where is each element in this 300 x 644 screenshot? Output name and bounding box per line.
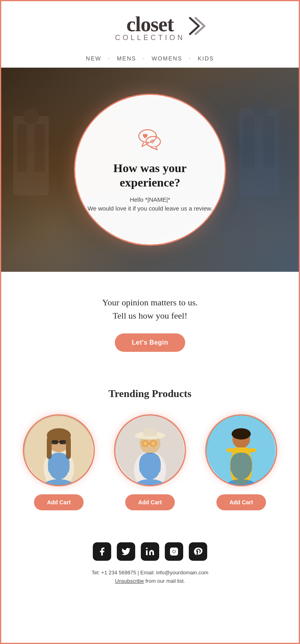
nav-item-womens[interactable]: WOMENS: [152, 55, 182, 62]
logo[interactable]: closet COLLECTION: [115, 12, 185, 42]
svg-rect-7: [263, 116, 274, 168]
unsubscribe-link[interactable]: Unsubscribe: [115, 578, 144, 584]
svg-rect-14: [47, 437, 52, 459]
svg-point-25: [143, 441, 147, 445]
svg-point-20: [134, 451, 166, 484]
facebook-icon[interactable]: [93, 542, 111, 561]
svg-rect-35: [248, 448, 256, 452]
footer-contact: Tel: +1 234 569875 | Email: info@yourdom…: [9, 570, 291, 576]
add-cart-button-2[interactable]: Add Cart: [125, 494, 174, 510]
add-cart-button-1[interactable]: Add Cart: [34, 494, 83, 510]
logo-closet: closet: [126, 13, 174, 36]
svg-point-30: [230, 445, 252, 484]
svg-rect-33: [234, 447, 248, 463]
svg-point-39: [173, 550, 175, 553]
svg-rect-16: [52, 440, 58, 444]
header: closet COLLECTION: [1, 1, 299, 49]
linkedin-icon[interactable]: [141, 542, 159, 561]
nav-sep-2: -: [143, 55, 146, 62]
hero-background: How was your experience? Hello *|NAME|* …: [1, 68, 299, 272]
hero-card: How was your experience? Hello *|NAME|* …: [74, 94, 226, 246]
svg-rect-6: [243, 116, 254, 168]
svg-rect-5: [251, 100, 268, 117]
nav-item-new[interactable]: NEW: [86, 55, 102, 62]
nav-item-mens[interactable]: MENS: [117, 55, 136, 62]
svg-rect-2: [17, 124, 27, 172]
pinterest-icon[interactable]: [189, 542, 207, 561]
opinion-section: Your opinion matters to us. Tell us how …: [1, 272, 299, 368]
instagram-icon[interactable]: [165, 542, 183, 561]
svg-point-36: [146, 548, 148, 549]
social-icons-row: [9, 542, 291, 561]
svg-point-9: [146, 136, 160, 147]
logo-arrow-icon: [187, 14, 207, 37]
svg-point-11: [44, 448, 74, 484]
product-item-1: Add Cart: [17, 414, 100, 510]
twitter-icon[interactable]: [117, 542, 135, 561]
svg-rect-1: [23, 108, 39, 124]
logo-collection: COLLECTION: [115, 34, 185, 42]
svg-rect-17: [60, 440, 66, 444]
lets-begin-button[interactable]: Let's Begin: [115, 333, 185, 352]
svg-rect-3: [35, 124, 45, 172]
nav-item-kids[interactable]: KIDS: [198, 55, 214, 62]
product-image-3: [205, 414, 277, 486]
trending-title: Trending Products: [17, 388, 283, 400]
svg-rect-15: [66, 437, 71, 459]
svg-rect-34: [226, 448, 234, 452]
svg-point-27: [151, 441, 155, 445]
svg-rect-23: [143, 428, 157, 436]
trending-section: Trending Products: [1, 368, 299, 526]
hero-title: How was your experience?: [87, 161, 213, 190]
product-item-3: Add Cart: [200, 414, 283, 510]
products-row: Add Cart: [17, 414, 283, 510]
add-cart-button-3[interactable]: Add Cart: [216, 494, 266, 510]
hero-greeting: Hello *|NAME|* We would love it if you c…: [88, 195, 212, 213]
product-item-2: Add Cart: [108, 414, 192, 510]
nav-sep-1: -: [108, 55, 110, 62]
product-image-1: [23, 414, 95, 486]
chat-heart-icon: [136, 126, 164, 155]
footer-unsub: Unsubscribe from our mail list.: [9, 578, 291, 584]
nav-sep-3: -: [189, 55, 192, 62]
navigation: NEW - MENS - WOMENS - KIDS: [1, 49, 299, 68]
svg-point-32: [232, 428, 251, 439]
product-image-2: [114, 414, 186, 486]
hero-section: How was your experience? Hello *|NAME|* …: [1, 68, 299, 272]
footer: Tel: +1 234 569875 | Email: info@yourdom…: [1, 526, 299, 596]
opinion-text: Your opinion matters to us. Tell us how …: [25, 296, 275, 322]
